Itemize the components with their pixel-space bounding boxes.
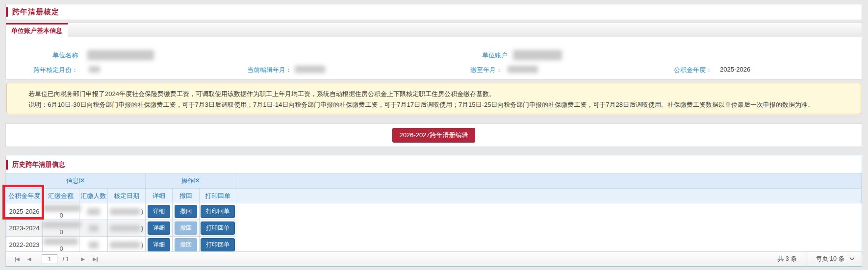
remit-amount-cell: 0 [43, 220, 79, 237]
audit-date-cell: ) [108, 220, 146, 237]
last-page-button[interactable]: ▶ [93, 256, 98, 262]
print-receipt-button[interactable]: 打印回单 [201, 205, 235, 218]
redacted-value [110, 242, 140, 248]
remit-count-cell [79, 220, 108, 237]
action-panel: 2026-2027跨年清册编辑 [5, 123, 862, 147]
column-header-remit-count: 汇缴人数 [79, 189, 108, 203]
redacted-value [89, 242, 99, 248]
redacted-value [89, 225, 99, 232]
unit-name-label: 单位名称 [6, 51, 78, 60]
column-header-revoke: 撤回 [173, 189, 200, 203]
tab-unit-account-info[interactable]: 单位账户基本信息 [6, 23, 68, 37]
history-accent-bar [6, 160, 8, 170]
audit-month-redacted-value [89, 66, 100, 73]
page-title: 跨年清册核定 [12, 7, 59, 17]
fund-year-cell: 2023-2024 [6, 220, 43, 237]
history-table: 信息区 操作区 公积金年度 汇缴金额 汇缴人数 核定日期 详细 撤回 打印回单 … [6, 173, 862, 253]
group-header-info-zone: 信息区 [6, 173, 146, 189]
fund-year-cell: 2022-2023 [6, 237, 43, 253]
total-count-label: 共 3 条 [767, 255, 808, 263]
page-input[interactable] [42, 254, 57, 264]
redacted-value [87, 208, 100, 215]
total-pages-label: / 1 [62, 256, 69, 263]
title-panel: 跨年清册核定 [5, 4, 862, 20]
history-title: 历史跨年清册信息 [12, 160, 65, 169]
history-section-header: 历史跨年清册信息 [6, 155, 862, 170]
cross-year-roster-edit-button[interactable]: 2026-2027跨年清册编辑 [392, 128, 475, 143]
history-panel: 历史跨年清册信息 信息区 操作区 公积金年度 汇缴金额 汇缴人数 核定日期 详细… [5, 155, 862, 267]
redacted-value [43, 205, 81, 212]
revoke-button-disabled[interactable]: 撤回 [175, 221, 197, 235]
remit-count-cell [79, 203, 108, 220]
redacted-value [44, 238, 78, 245]
remit-amount-cell: 0 [43, 237, 79, 253]
notice-line-2: 说明：6月10日-30日向税务部门申报的社保缴费工资，可于7月3日后调取使用；7… [28, 99, 851, 110]
title-accent-bar [6, 7, 8, 17]
notice-line-1: 若单位已向税务部门申报了2024年度社会保险费缴费工资，可调取使用该数据作为职工… [28, 89, 851, 99]
column-header-filler [236, 189, 862, 203]
redacted-value [110, 225, 140, 232]
tab-strip: 单位账户基本信息 [6, 23, 862, 37]
remit-amount-cell: 0 [43, 203, 79, 220]
detail-button[interactable]: 详细 [148, 221, 170, 235]
column-header-print-receipt: 打印回单 [200, 189, 236, 203]
revoke-button[interactable]: 撤回 [175, 205, 197, 218]
fund-year-value: 2025-2026 [720, 66, 750, 73]
print-receipt-button[interactable]: 打印回单 [201, 221, 235, 235]
remit-count-cell [79, 237, 108, 253]
audit-date-cell: ) [108, 203, 146, 220]
unit-account-label: 单位账户 [437, 51, 508, 60]
detail-button[interactable]: 详细 [148, 238, 170, 251]
first-page-button[interactable]: ◀ [15, 256, 20, 262]
table-row: 2023-2024 0 ) 详细 撤回 打印回单 [6, 220, 862, 237]
column-header-fund-year: 公积金年度 [6, 189, 43, 203]
audit-date-cell: ) [108, 237, 146, 253]
revoke-button-disabled[interactable]: 撤回 [175, 238, 197, 251]
fund-year-label: 公积金年度： [638, 66, 712, 74]
group-header-filler [236, 173, 862, 189]
fund-year-cell: 2025-2026 [6, 203, 43, 220]
redacted-value [43, 221, 81, 228]
redacted-value [110, 208, 140, 215]
per-page-select[interactable]: 每页 10 条 [808, 252, 862, 266]
table-row: 2025-2026 0 ) 详细 撤回 打印回单 [6, 203, 862, 220]
paid-to-month-label: 缴至年月： [437, 66, 502, 74]
table-row: 2022-2023 0 ) 详细 撤回 打印回单 [6, 237, 862, 253]
unit-name-redacted-value [87, 50, 154, 60]
chevron-down-icon [849, 257, 855, 261]
current-edit-month-label: 当前编辑年月： [222, 66, 292, 74]
detail-button[interactable]: 详细 [148, 205, 170, 218]
audit-month-label: 跨年核定月份： [6, 66, 78, 74]
next-page-button[interactable]: ▶ [81, 256, 85, 262]
unit-account-redacted-value [513, 50, 562, 60]
pagination-bar: ◀ ◀ / 1 ▶ ▶ 共 3 条 每页 10 条 [6, 251, 862, 266]
per-page-label: 每页 10 条 [816, 255, 844, 263]
print-receipt-button[interactable]: 打印回单 [201, 238, 235, 251]
pagination-right: 共 3 条 每页 10 条 [767, 252, 862, 266]
column-header-detail: 详细 [146, 189, 173, 203]
paid-to-month-redacted-value [508, 66, 538, 73]
column-header-remit-amount: 汇缴金额 [43, 189, 79, 203]
column-header-audit-date: 核定日期 [108, 189, 146, 203]
unit-info-panel: 单位账户基本信息 单位名称 单位账户 跨年核定月份： 当前编辑年月： 缴至年月：… [5, 23, 862, 80]
group-header-action-zone: 操作区 [146, 173, 236, 189]
notice-box: 若单位已向税务部门申报了2024年度社会保险费缴费工资，可调取使用该数据作为职工… [6, 83, 861, 114]
prev-page-button[interactable]: ◀ [27, 256, 31, 262]
current-edit-month-redacted-value [295, 66, 325, 73]
